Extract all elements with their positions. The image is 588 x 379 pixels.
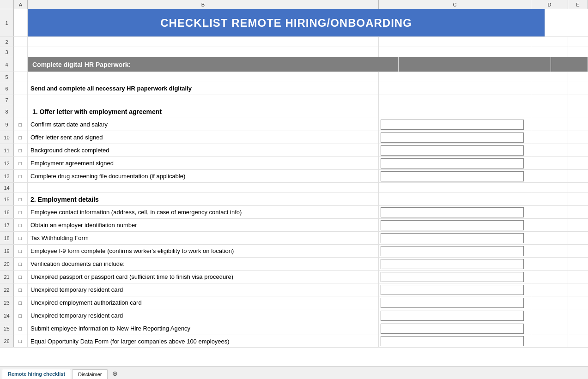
cell-b24: Unexpired temporary resident card — [28, 309, 379, 322]
cell-b17: Obtain an employer identifiation number — [28, 219, 379, 231]
input-box-21[interactable] — [381, 272, 524, 282]
add-sheet-button[interactable]: ⊕ — [109, 368, 121, 379]
cell-d2 — [531, 37, 568, 47]
cell-a2 — [14, 37, 28, 47]
cell-e7 — [568, 95, 588, 105]
table-row: 2 — [0, 37, 588, 47]
cell-c10[interactable] — [379, 131, 531, 144]
cell-b5 — [28, 72, 379, 82]
input-box-23[interactable] — [381, 298, 524, 308]
table-row: 22 □ Unexpired temporary resident card — [0, 283, 588, 296]
tab-disclaimer[interactable]: Disclaimer — [72, 369, 108, 379]
cell-c9[interactable] — [379, 118, 531, 131]
intro-label: Send and complete all necessary HR paper… — [30, 85, 192, 92]
row-number: 24 — [0, 309, 14, 322]
row-number: 15 — [0, 193, 14, 205]
row-number: 5 — [0, 72, 14, 82]
table-row: 11 □ Background check completed — [0, 144, 588, 157]
cell-c13[interactable] — [379, 170, 531, 182]
table-row: 14 — [0, 183, 588, 193]
tab-bar: Remote hiring checklist Disclaimer ⊕ — [0, 366, 588, 379]
cell-c15 — [379, 193, 531, 205]
input-box-12[interactable] — [381, 158, 524, 168]
cell-a13: □ — [14, 170, 28, 182]
input-box-17[interactable] — [381, 220, 524, 230]
cell-d22 — [531, 283, 568, 296]
row-number: 19 — [0, 245, 14, 257]
checkbox-icon: □ — [18, 248, 22, 254]
col-header-c: C — [379, 0, 531, 9]
cell-c11[interactable] — [379, 144, 531, 156]
cell-c23[interactable] — [379, 296, 531, 309]
cell-b9: Confirm start date and salary — [28, 118, 379, 131]
input-box-10[interactable] — [381, 132, 524, 143]
cell-e3 — [568, 47, 588, 57]
input-box-24[interactable] — [381, 311, 524, 321]
cell-a1 — [14, 9, 28, 36]
cell-a3 — [14, 47, 28, 57]
input-box-11[interactable] — [381, 145, 524, 156]
column-headers: A B C D E — [0, 0, 588, 9]
input-box-9[interactable] — [381, 120, 524, 130]
input-box-26[interactable] — [381, 336, 524, 346]
cell-c19[interactable] — [379, 245, 531, 257]
cell-d13 — [531, 170, 568, 182]
subsection-1-label: 1. Offer letter with employment agreemen… — [32, 108, 162, 115]
cell-d4 — [551, 57, 588, 72]
checkbox-icon: □ — [18, 274, 22, 280]
cell-d12 — [531, 157, 568, 169]
cell-c21[interactable] — [379, 271, 531, 283]
checkbox-icon: □ — [18, 122, 22, 127]
grid-body: 1 CHECKLIST REMOTE HIRING/ONBOARDING 2 3 — [0, 9, 588, 366]
cell-c12[interactable] — [379, 157, 531, 169]
input-box-13[interactable] — [381, 171, 524, 181]
cell-b22: Unexpired temporary resident card — [28, 283, 379, 296]
cell-b12: Employment agreement signed — [28, 157, 379, 169]
cell-e9 — [568, 118, 588, 131]
cell-c20[interactable] — [379, 258, 531, 270]
cell-e12 — [568, 157, 588, 169]
input-box-19[interactable] — [381, 246, 524, 256]
input-box-16[interactable] — [381, 207, 524, 217]
tab-remote-hiring-checklist[interactable]: Remote hiring checklist — [2, 369, 71, 379]
row-number: 10 — [0, 131, 14, 144]
cell-e8 — [568, 105, 588, 118]
col-header-e: E — [568, 0, 588, 9]
input-box-22[interactable] — [381, 285, 524, 295]
input-box-18[interactable] — [381, 233, 524, 243]
cell-d8 — [531, 105, 568, 118]
input-box-20[interactable] — [381, 259, 524, 269]
row-number: 16 — [0, 206, 14, 218]
table-row: 12 □ Employment agreement signed — [0, 157, 588, 170]
cell-e23 — [568, 296, 588, 309]
row-26-label: Equal Opportunity Data Form (for larger … — [30, 338, 230, 345]
row-number: 8 — [0, 105, 14, 118]
input-box-25[interactable] — [381, 324, 524, 334]
table-row: 7 — [0, 95, 588, 105]
cell-d14 — [531, 183, 568, 193]
checkbox-icon: □ — [18, 313, 22, 319]
row-number: 21 — [0, 271, 14, 283]
cell-c24[interactable] — [379, 309, 531, 322]
cell-c26[interactable] — [379, 335, 531, 347]
row-number: 6 — [0, 82, 14, 95]
cell-c17[interactable] — [379, 219, 531, 231]
table-row: 15 □ 2. Employment details — [0, 193, 588, 206]
cell-a17: □ — [14, 219, 28, 231]
checkbox-icon: □ — [18, 161, 22, 166]
row-number: 17 — [0, 219, 14, 231]
cell-c16[interactable] — [379, 206, 531, 218]
table-row: 3 — [0, 47, 588, 57]
col-header-a: A — [14, 0, 28, 9]
row-19-label: Employee I-9 form complete (confirms wor… — [30, 247, 234, 254]
cell-a7 — [14, 95, 28, 105]
cell-c18[interactable] — [379, 232, 531, 244]
cell-a24: □ — [14, 309, 28, 322]
checkbox-icon: □ — [18, 300, 22, 306]
cell-c22[interactable] — [379, 283, 531, 296]
cell-c25[interactable] — [379, 322, 531, 335]
cell-d20 — [531, 258, 568, 270]
cell-e6 — [568, 82, 588, 95]
cell-e16 — [568, 206, 588, 218]
cell-e13 — [568, 170, 588, 182]
